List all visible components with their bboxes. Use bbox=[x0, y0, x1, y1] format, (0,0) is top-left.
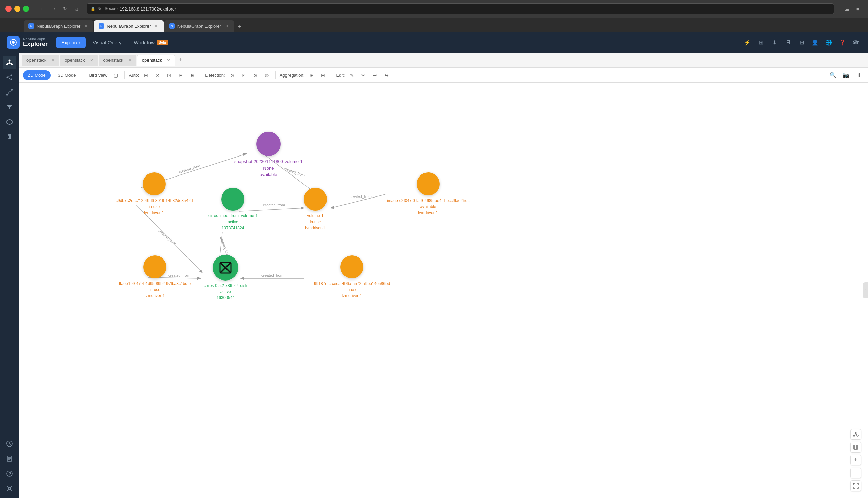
cloud-icon[interactable]: ☁ bbox=[842, 4, 852, 14]
browser-tab-3[interactable]: N NebulaGraph Explorer ✕ bbox=[164, 20, 234, 32]
tool-icon-4[interactable]: 🖥 bbox=[782, 37, 793, 48]
node-volume-1[interactable]: volume-1 in-use lvmdriver-1 bbox=[304, 188, 327, 231]
mini-tool-frame[interactable] bbox=[850, 442, 861, 453]
edit-btn-1[interactable]: ✎ bbox=[347, 71, 356, 80]
nav-explorer[interactable]: Explorer bbox=[56, 37, 86, 48]
fullscreen-button[interactable] bbox=[23, 6, 29, 12]
home-button[interactable]: ⌂ bbox=[72, 4, 81, 14]
sidebar-item-sigma[interactable] bbox=[3, 130, 16, 144]
reload-button[interactable]: ↻ bbox=[60, 4, 70, 14]
app-logo: NebulaGraph Explorer bbox=[7, 36, 48, 49]
node-bottom-right[interactable]: 99187cfc-ceea-496a-a572-a9bb14e586ed in-… bbox=[314, 255, 390, 299]
tool-icon-6[interactable]: 👤 bbox=[810, 37, 820, 48]
sidebar-item-settings[interactable] bbox=[3, 482, 16, 495]
undo-btn[interactable]: ↩ bbox=[371, 71, 380, 80]
tab-close-2[interactable]: ✕ bbox=[154, 23, 159, 29]
auto-btn-2[interactable]: ✕ bbox=[153, 71, 162, 80]
fit-to-screen-button[interactable] bbox=[850, 480, 861, 491]
canvas-tab-4-close[interactable]: ✕ bbox=[167, 58, 170, 63]
close-button[interactable] bbox=[5, 6, 12, 12]
node-cirros-disk-label1: cirros-0.5.2-x86_64-disk bbox=[204, 283, 247, 289]
node-snapshot[interactable]: snapshot-202301111800-volume-1 None avai… bbox=[234, 132, 303, 178]
new-tab-button[interactable]: + bbox=[235, 22, 245, 32]
sidebar-item-docs[interactable] bbox=[3, 452, 16, 466]
auto-btn-4[interactable]: ⊟ bbox=[176, 71, 185, 80]
canvas-tab-3-close[interactable]: ✕ bbox=[128, 58, 131, 63]
sidebar-item-hex[interactable] bbox=[3, 115, 16, 129]
sidebar-item-history[interactable] bbox=[3, 437, 16, 450]
detection-btn-3[interactable]: ⊛ bbox=[251, 71, 260, 80]
detection-btn-4[interactable]: ⊗ bbox=[263, 71, 271, 80]
node-snapshot-label3: available bbox=[234, 171, 303, 178]
auto-btn-3[interactable]: ⊡ bbox=[165, 71, 174, 80]
sidebar-item-help[interactable]: ? bbox=[3, 467, 16, 480]
address-bar[interactable]: 🔒 Not Secure 192.168.8.131:7002/explorer bbox=[87, 3, 834, 14]
sidebar-item-line[interactable] bbox=[3, 86, 16, 99]
bird-view-toggle[interactable]: ▢ bbox=[112, 71, 120, 80]
canvas-add-tab-button[interactable]: + bbox=[176, 55, 186, 65]
tool-icon-2[interactable]: ⊞ bbox=[755, 37, 766, 48]
tool-icon-7[interactable]: 🌐 bbox=[823, 37, 834, 48]
aggregation-btn-2[interactable]: ⊟ bbox=[319, 71, 328, 80]
forward-button[interactable]: → bbox=[49, 4, 58, 14]
canvas-tab-2[interactable]: openstack ✕ bbox=[60, 54, 98, 66]
right-collapse-button[interactable]: ‹ bbox=[863, 282, 868, 299]
search-btn[interactable]: 🔍 bbox=[828, 70, 838, 80]
node-bottom-left[interactable]: ffaeb199-47f4-4d95-89b2-97fba3c1bcfe in-… bbox=[119, 255, 191, 299]
tool-icon-5[interactable]: ⊟ bbox=[796, 37, 807, 48]
canvas-tab-1-close[interactable]: ✕ bbox=[51, 58, 54, 63]
auto-btn-1[interactable]: ⊞ bbox=[142, 71, 151, 80]
edit-btn-2[interactable]: ✂ bbox=[359, 71, 368, 80]
node-vol-left-label1: c9db7c2e-c712-49d6-8019-14b82de8542d bbox=[116, 197, 193, 204]
tool-icon-8[interactable]: ❓ bbox=[837, 37, 848, 48]
extension-icon[interactable]: ■ bbox=[853, 4, 863, 14]
node-image-right[interactable]: image-c2f047f0-faf9-4985-ae4f-bbccf9ae25… bbox=[387, 172, 470, 216]
tool-icon-9[interactable]: ☎ bbox=[850, 37, 861, 48]
tab-close-1[interactable]: ✕ bbox=[83, 23, 89, 29]
redo-btn[interactable]: ↪ bbox=[382, 71, 391, 80]
detection-btn-2[interactable]: ⊡ bbox=[239, 71, 248, 80]
sidebar-item-filter[interactable] bbox=[3, 100, 16, 114]
camera-btn[interactable]: 📷 bbox=[841, 70, 851, 80]
node-volume-left[interactable]: c9db7c2e-c712-49d6-8019-14b82de8542d in-… bbox=[116, 172, 193, 216]
tool-icon-1[interactable]: ⚡ bbox=[742, 37, 753, 48]
canvas-tab-2-close[interactable]: ✕ bbox=[90, 58, 93, 63]
nav-workflow[interactable]: Workflow Beta bbox=[128, 37, 174, 48]
browser-tab-1[interactable]: N NebulaGraph Explorer ✕ bbox=[24, 20, 93, 32]
aggregation-btn-1[interactable]: ⊞ bbox=[307, 71, 316, 80]
detection-btn-1[interactable]: ⊙ bbox=[228, 71, 237, 80]
3d-mode-button[interactable]: 3D Mode bbox=[53, 70, 81, 80]
tool-icon-3[interactable]: ⬇ bbox=[769, 37, 780, 48]
2d-mode-button[interactable]: 2D Mode bbox=[23, 70, 51, 80]
canvas-tab-3[interactable]: openstack ✕ bbox=[99, 54, 136, 66]
browser-tab-2[interactable]: N NebulaGraph Explorer ✕ bbox=[94, 20, 163, 32]
aggregation-label: Aggregation: bbox=[280, 73, 305, 78]
export-btn[interactable]: ⬆ bbox=[854, 70, 864, 80]
zoom-out-button[interactable]: − bbox=[850, 468, 861, 479]
node-cirros-mod-label3: 1073741824 bbox=[208, 225, 258, 231]
svg-point-9 bbox=[10, 75, 12, 76]
app-container: NebulaGraph Explorer Explorer Visual Que… bbox=[0, 32, 868, 498]
mini-tool-graph[interactable] bbox=[850, 429, 861, 440]
sidebar-item-graph[interactable] bbox=[3, 55, 16, 69]
node-cirros-disk[interactable]: cirros-0.5.2-x86_64-disk active 16300544 bbox=[204, 255, 247, 301]
sidebar-item-share[interactable] bbox=[3, 70, 16, 84]
canvas-tab-1[interactable]: openstack ✕ bbox=[22, 54, 59, 66]
zoom-in-button[interactable]: + bbox=[850, 455, 861, 466]
node-snapshot-label2: None bbox=[234, 165, 303, 172]
node-cirros-disk-label2: active bbox=[204, 289, 247, 295]
canvas-area: openstack ✕ openstack ✕ openstack ✕ open… bbox=[19, 53, 868, 498]
canvas-tab-4[interactable]: openstack ✕ bbox=[137, 54, 175, 66]
svg-point-10 bbox=[7, 77, 8, 78]
svg-line-13 bbox=[8, 78, 10, 79]
tab-label-2: NebulaGraph Explorer bbox=[107, 24, 151, 29]
tab-close-3[interactable]: ✕ bbox=[224, 23, 229, 29]
node-cirros-mod-label1: cirros_mod_from_volume-1 bbox=[208, 213, 258, 219]
graph-canvas[interactable]: created_from created_from created_from c… bbox=[19, 83, 868, 498]
nav-visual-query[interactable]: Visual Query bbox=[87, 37, 127, 48]
node-cirros-mod[interactable]: cirros_mod_from_volume-1 active 10737418… bbox=[208, 188, 258, 231]
minimize-button[interactable] bbox=[14, 6, 20, 12]
back-button[interactable]: ← bbox=[37, 4, 47, 14]
auto-btn-5[interactable]: ⊕ bbox=[188, 71, 197, 80]
address-bar-container: 🔒 Not Secure 192.168.8.131:7002/explorer bbox=[87, 3, 834, 14]
